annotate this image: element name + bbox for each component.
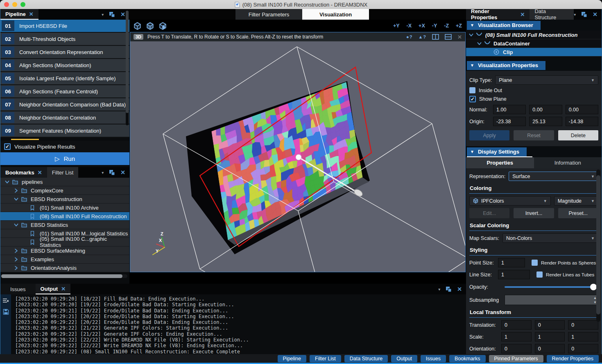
bottom-toggle-data-structure[interactable]: Data Structure <box>344 355 388 362</box>
orientation-y-field[interactable]: 0 <box>535 344 565 353</box>
normal-z-field[interactable]: 0.00 <box>566 105 598 114</box>
chevron-right-icon[interactable] <box>14 265 19 271</box>
show-plane-checkbox[interactable]: ✓ <box>469 96 476 102</box>
chevron-down-icon[interactable] <box>5 179 10 185</box>
render-points-as-spheres-checkbox[interactable] <box>532 260 538 266</box>
split-vertical-icon[interactable] <box>432 34 439 40</box>
bookmarks-tree-item[interactable]: ComplexCore <box>0 186 129 195</box>
clear-console-icon[interactable] <box>2 298 9 304</box>
view-axis-button-plusminus-z[interactable]: +Z <box>456 23 462 29</box>
view-axis-button-minus-z[interactable]: -Z <box>444 23 449 29</box>
coloring-component-dropdown[interactable]: Magnitude ▼ <box>554 196 598 206</box>
translation-y-field[interactable]: 0 <box>535 320 565 330</box>
visualization-browser-header[interactable]: ▼ Visualization Browser <box>467 21 541 30</box>
reset-button[interactable]: Reset <box>514 130 554 140</box>
render-panel-scrollbar[interactable] <box>596 170 600 322</box>
scale-x-field[interactable]: 1 <box>501 332 532 341</box>
tab-pipeline-close-icon[interactable]: ✕ <box>29 11 34 17</box>
bookmarks-tree-item[interactable]: EBSD Statistics <box>0 221 129 229</box>
visualization-tree-item[interactable]: (08) Small IN100 Full Reconstruction <box>466 31 602 39</box>
pipeline-item[interactable]: 09Segment Features (Misorientation) <box>0 124 129 138</box>
line-size-field[interactable]: 1 <box>498 270 530 279</box>
undock-bookmarks-icon[interactable] <box>109 170 115 176</box>
cell-info-help-icon[interactable]: ▲? <box>418 34 426 39</box>
origin-y-field[interactable]: 25.13 <box>529 117 562 126</box>
undock-render-props-icon[interactable] <box>581 11 587 18</box>
preset-colormap-button[interactable]: Preset... <box>558 208 598 218</box>
undock-console-icon[interactable] <box>446 286 452 292</box>
chevron-down-icon[interactable] <box>14 222 19 228</box>
bottom-toggle-filter-list[interactable]: Filter List <box>310 355 341 362</box>
normal-y-field[interactable]: 0.00 <box>529 105 562 114</box>
origin-x-field[interactable]: -23.38 <box>493 117 526 126</box>
translation-x-field[interactable]: 0 <box>501 320 532 330</box>
render-lines-as-tubes-checkbox[interactable] <box>536 271 543 278</box>
close-console-panel-icon[interactable]: ✕ <box>457 286 462 292</box>
tab-output-close-icon[interactable]: ✕ <box>61 286 66 292</box>
bottom-toggle-issues[interactable]: Issues <box>421 355 446 362</box>
pipeline-item[interactable]: 02Multi-Threshold Objects <box>0 33 129 46</box>
invert-colormap-button[interactable]: Invert... <box>514 208 554 218</box>
scale-y-field[interactable]: 1 <box>535 332 565 341</box>
apply-button[interactable]: Apply <box>469 130 509 140</box>
orientation-x-field[interactable]: 0 <box>501 344 532 353</box>
pipeline-item[interactable]: 01Import H5EBSD File <box>0 20 129 33</box>
tab-output[interactable]: Output ✕ <box>36 284 71 294</box>
pipeline-item[interactable]: 08Neighbor Orientation Correlation <box>0 111 129 124</box>
bottom-toggle-bookmarks[interactable]: Bookmarks <box>449 355 486 362</box>
bookmarks-hscrollbar[interactable] <box>1 274 127 278</box>
tab-filter-list[interactable]: Filter List <box>47 167 79 178</box>
render-viewport-3d[interactable]: ZXY <box>130 41 465 272</box>
clip-type-dropdown[interactable]: Plane ▼ <box>495 75 598 85</box>
close-window-button[interactable] <box>4 2 9 7</box>
visualization-properties-header[interactable]: ▼ Visualization Properties <box>467 61 545 70</box>
camera-fit-cube-icon[interactable] <box>146 22 154 30</box>
view-axis-button-minus-x[interactable]: -X <box>407 23 412 29</box>
pipeline-scrollbar[interactable] <box>126 11 129 125</box>
tab-display-information[interactable]: Information <box>534 157 602 168</box>
tab-data-structure[interactable]: Data Structure <box>530 9 574 20</box>
opacity-slider[interactable] <box>505 286 596 288</box>
view-axis-button-plusminus-x[interactable]: +X <box>419 23 425 29</box>
close-render-props-icon[interactable]: ✕ <box>593 11 597 18</box>
tab-render-properties-close-icon[interactable]: ✕ <box>521 11 525 18</box>
zoom-window-button[interactable] <box>20 2 25 7</box>
origin-z-field[interactable]: -14.38 <box>566 117 598 126</box>
chevron-right-icon[interactable] <box>14 257 19 262</box>
tab-visualization[interactable]: Visualization <box>302 9 369 20</box>
normal-x-field[interactable]: 1.00 <box>493 105 526 114</box>
edit-colormap-button[interactable]: Edit... <box>469 208 509 218</box>
point-info-help-icon[interactable]: ●? <box>406 34 412 39</box>
visibility-eye-icon[interactable] <box>493 49 500 55</box>
pipeline-item[interactable]: 03Convert Orientation Representation <box>0 46 129 59</box>
split-horizontal-icon[interactable] <box>445 34 452 40</box>
visualize-results-checkbox[interactable]: ✓ <box>4 143 11 150</box>
bookmarks-tree-item[interactable]: EBSD Reconstruction <box>0 195 129 203</box>
bottom-toggle-pipeline[interactable]: Pipeline <box>278 355 306 362</box>
chevron-down-icon[interactable] <box>477 41 482 46</box>
chevron-right-icon[interactable] <box>14 248 19 253</box>
tab-bookmarks[interactable]: Bookmarks ✕ <box>0 167 47 178</box>
close-pipeline-panel-icon[interactable]: ✕ <box>120 11 125 18</box>
opacity-slider-knob[interactable] <box>590 284 597 290</box>
representation-dropdown[interactable]: Surface ▼ <box>509 172 598 181</box>
pipeline-menu-caret-icon[interactable]: ▾ <box>102 12 104 17</box>
bookmarks-menu-caret-icon[interactable]: ▾ <box>102 170 104 175</box>
orientation-z-field[interactable]: 0 <box>568 344 598 353</box>
inside-out-checkbox[interactable] <box>469 87 475 93</box>
camera-clip-cube-icon[interactable] <box>159 22 167 30</box>
console-menu-caret-icon[interactable]: ▾ <box>438 287 440 292</box>
camera-reset-cube-icon[interactable] <box>134 22 141 30</box>
visualization-tree-item[interactable]: Clip <box>466 48 602 57</box>
subsampling-spinbox[interactable]: ▲▼ <box>505 295 598 305</box>
tab-render-properties[interactable]: Render Properties ✕ <box>466 9 530 20</box>
scale-z-field[interactable]: 1 <box>568 332 598 341</box>
run-button[interactable]: ▷ Run <box>0 152 129 165</box>
chevron-down-icon[interactable] <box>14 197 19 202</box>
view-axis-button-minus-y[interactable]: -Y <box>432 23 437 29</box>
visualize-results-row[interactable]: ✓ Visualize Pipeline Results <box>0 141 129 152</box>
visualization-tree-item[interactable]: DataContainer <box>466 39 602 48</box>
map-scalars-dropdown[interactable]: Non-Colors ▼ <box>502 233 598 243</box>
bookmarks-tree-item[interactable]: (08) Small IN100 Full Reconstruction <box>0 212 129 221</box>
undock-panel-icon[interactable] <box>109 11 115 18</box>
